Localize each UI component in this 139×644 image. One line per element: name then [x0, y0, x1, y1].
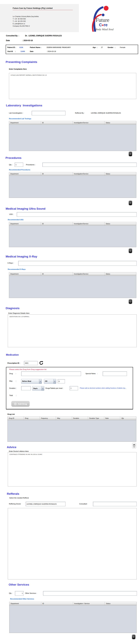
- duration-label: Duration :: [9, 387, 16, 389]
- advice-textarea[interactable]: CONTINUE ATTENDING IN ANC IN LOCAL CLINI…: [8, 452, 136, 486]
- xray-input[interactable]: [18, 261, 136, 266]
- procedures-table-header: Department ID Investigation/Service Stat…: [9, 172, 136, 176]
- recycle-icon: [130, 202, 132, 204]
- lab-table-body[interactable]: [9, 124, 136, 151]
- recommended-uss-label: Recommended USS: [8, 219, 24, 220]
- uss-table-body[interactable]: [9, 226, 136, 247]
- other-services-heading: Other Services: [9, 583, 29, 586]
- referred-by-label: Reffered By :: [75, 112, 84, 114]
- procedures-table-body[interactable]: [9, 176, 136, 198]
- referral-list-box[interactable]: [8, 508, 136, 580]
- column-header: ID: [41, 272, 73, 276]
- special-notes-input[interactable]: [103, 372, 127, 376]
- plus-circle-icon: [14, 403, 16, 405]
- drug-list-label: Drug List: [8, 413, 15, 415]
- date-label: Date: [6, 40, 10, 42]
- delete-other-services-button[interactable]: [132, 634, 136, 639]
- medication-heading: Medication: [6, 354, 19, 356]
- meal-select[interactable]: Before Meal ▼: [21, 379, 42, 384]
- per-meal-label: Drugs/Tablets per meal :: [46, 387, 63, 389]
- column-header: Investigation/Service: [73, 172, 104, 176]
- referring-doctor-input[interactable]: [26, 502, 66, 506]
- future-care-logo: Future C♥re Body Mind Soul: [89, 4, 116, 32]
- column-header: Duration Type: [88, 417, 104, 420]
- column-header: Status: [105, 602, 136, 605]
- patient-gender-label: Gender :: [108, 46, 115, 48]
- delete-uss-button[interactable]: [128, 248, 132, 253]
- other-services-body[interactable]: [10, 605, 136, 633]
- referral-select-label: Select the needed Refferal: [9, 497, 29, 499]
- duration-type-value: Day/s: [32, 386, 42, 390]
- column-header: Department: [10, 602, 41, 605]
- lab-table: Department ID Investigation/Service Stat…: [9, 121, 136, 151]
- uss-table-header: Department ID Investigation/Service Stat…: [9, 222, 136, 226]
- lab-table-header: Department ID Investigation/Service Stat…: [9, 121, 136, 124]
- column-header: Department: [9, 121, 41, 124]
- procedures-qty-input[interactable]: [15, 162, 23, 167]
- frequency-select[interactable]: OD ▼: [44, 379, 56, 384]
- complaints-label: Enter Complaints Here: [9, 68, 27, 70]
- xray-table-body[interactable]: [9, 276, 136, 298]
- other-services-input[interactable]: [43, 591, 137, 596]
- column-header: Investigation/Service: [73, 121, 104, 124]
- column-header: Qty: [120, 417, 136, 420]
- delete-xray-button[interactable]: [128, 299, 132, 304]
- recycle-icon: [133, 636, 135, 638]
- company-title: Future Care by Future Holdings (Pty) Lim…: [13, 7, 52, 9]
- procedures-label: Procedures :: [26, 164, 35, 166]
- uss-input[interactable]: [17, 212, 136, 217]
- duration-type-select[interactable]: Day/s ▼: [32, 386, 44, 390]
- other-services-table: Department ID Investigation / Service St…: [9, 602, 136, 633]
- uss-table: Department ID Investigation/Service Stat…: [9, 222, 136, 247]
- prescription-id-input[interactable]: [24, 361, 38, 365]
- diagnosis-textarea[interactable]: GESTATION 8 W 1 D NORMAL: [8, 314, 136, 347]
- company-address-line: Le Chainter,Victoria,Mahe,Seychelles: [13, 16, 39, 17]
- chevron-down-icon: ▼: [39, 379, 42, 384]
- column-header: Way: [56, 417, 72, 420]
- lab-investigation-input[interactable]: [32, 111, 66, 115]
- logo-future-text: Future: [96, 17, 109, 23]
- recommended-lab-label: Recommended Lab Testings: [9, 118, 31, 120]
- recommended-other-label: Recommended Other Services: [10, 598, 34, 600]
- column-header: ID: [41, 602, 73, 605]
- delete-procedures-button[interactable]: [128, 200, 132, 206]
- consultant-label: Consultant: [79, 503, 87, 505]
- consultant-input[interactable]: [93, 502, 136, 506]
- other-services-label: Other Services :: [25, 592, 37, 594]
- way-qty-input[interactable]: [58, 379, 65, 384]
- recycle-icon: [130, 250, 132, 252]
- drug-list-body[interactable]: [8, 420, 136, 442]
- xray-table-header: Department ID Investigation/Service Stat…: [9, 272, 136, 276]
- visit-date-value: : 2024-03-18: [47, 50, 56, 52]
- frequency-select-value: OD: [44, 379, 53, 384]
- other-qty-input[interactable]: [15, 591, 24, 596]
- lab-investigation-label: Lab Investingation :: [9, 112, 23, 114]
- refresh-prescription-button[interactable]: [39, 361, 44, 366]
- procedures-heading: Procedures: [6, 156, 22, 160]
- delete-advice-button[interactable]: [132, 443, 136, 448]
- uss-heading: Medical Imaging Ultra Sound: [6, 207, 46, 210]
- column-header: Investigation/Service: [73, 222, 104, 226]
- uss-label: USS :: [9, 213, 14, 215]
- complaints-textarea[interactable]: GYNAE USS REPORT: NORMAL GESTATIONS 8 W …: [9, 73, 136, 99]
- title-underline: [13, 10, 73, 10]
- company-number: Company No.8417652-2: [13, 25, 30, 27]
- recommended-xray-label: Recommended X-Rays: [8, 268, 26, 270]
- add-drug-button[interactable]: Add Drug: [11, 401, 30, 407]
- procedures-table: Department ID Investigation/Service Stat…: [9, 172, 136, 198]
- procedures-input[interactable]: [42, 162, 136, 167]
- per-meal-input[interactable]: [70, 386, 78, 390]
- logo-blue-dot: [102, 14, 104, 16]
- xray-label: X-Rays :: [8, 262, 14, 264]
- duration-input[interactable]: [21, 386, 31, 390]
- way-label: Way :: [9, 380, 16, 382]
- column-header: Department: [9, 222, 41, 226]
- trash-icon: [133, 444, 136, 447]
- company-email: E: jude@future.sc: [13, 23, 25, 24]
- total-label: Total :: [9, 394, 16, 396]
- procedures-qty-label: Qty :: [9, 164, 12, 166]
- consulted-by-value: Dr. LEONEL ENRIQUE GUERRA ROSALES: [25, 35, 62, 37]
- company-phone-1: T: +24 82 593 593: [13, 18, 26, 20]
- delete-lab-button[interactable]: [128, 152, 132, 156]
- drug-input[interactable]: [21, 372, 81, 376]
